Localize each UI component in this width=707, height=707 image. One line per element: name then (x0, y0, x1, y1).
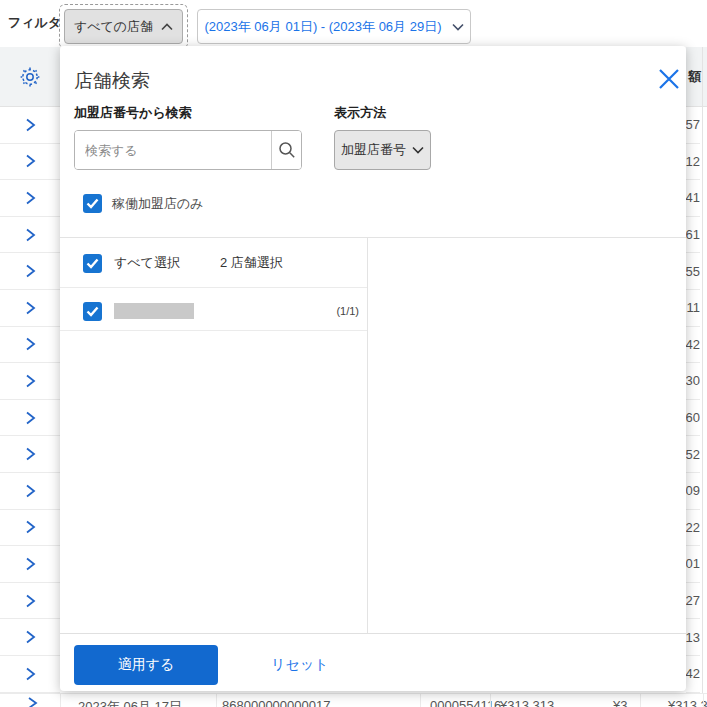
page: フィルタ すべての店舗 (2023年 06月 01日) - (2023年 06月… (0, 0, 707, 707)
table-settings-header-cell[interactable] (0, 47, 60, 107)
display-method-value: 加盟店番号 (341, 141, 406, 159)
table-row-expander[interactable] (0, 583, 60, 620)
table-value-partial: 27 (686, 583, 700, 620)
chevron-right-icon (25, 447, 36, 461)
chevron-right-icon (25, 374, 36, 388)
footer-divider (60, 633, 686, 634)
search-field-label: 加盟店番号から検索 (74, 104, 192, 122)
modal-divider (60, 237, 686, 238)
table-value-partial: 42 (686, 656, 700, 693)
table-value-partial: 41 (686, 180, 700, 217)
store-search-modal: 店舗検索 加盟店番号から検索 表示方法 加盟店番号 (60, 46, 686, 691)
search-input[interactable] (75, 131, 271, 169)
table-right-sliver: 額 57124161551142306052092201271342 (686, 47, 707, 707)
date-range-label: (2023年 06月 01日) - (2023年 06月 29日) (205, 18, 442, 36)
table-row-expander[interactable] (0, 180, 60, 217)
table-value-partial: 42 (686, 327, 700, 364)
active-merchants-checkbox[interactable] (83, 194, 102, 213)
table-value-partial: 01 (686, 546, 700, 583)
chevron-up-icon (161, 23, 173, 31)
search-button[interactable] (271, 131, 301, 169)
chevron-right-icon (25, 520, 36, 534)
table-amount-header-partial: 額 (686, 47, 707, 107)
table-row-expanders (0, 107, 60, 707)
cell-border (490, 694, 491, 707)
store-filter-button[interactable]: すべての店舗 (64, 9, 183, 44)
gear-icon (19, 66, 41, 88)
cell-date: 2023年 06月 17日 (78, 698, 182, 707)
list-panel-divider (367, 238, 368, 633)
chevron-right-icon (25, 411, 36, 425)
chevron-right-icon (25, 228, 36, 242)
select-all-checkbox[interactable] (83, 254, 102, 273)
cell-border (640, 694, 641, 707)
table-value-partial: 57 (686, 107, 700, 144)
table-row-expander[interactable] (0, 290, 60, 327)
chevron-right-icon (25, 118, 36, 132)
table-value-partial: 61 (686, 217, 700, 254)
table-row-expander[interactable] (0, 546, 60, 583)
store-checkbox[interactable] (83, 302, 102, 321)
selected-count: 2 店舗選択 (220, 254, 283, 272)
table-column-border (702, 47, 703, 707)
table-value-partial: 52 (686, 436, 700, 473)
table-row-expander[interactable] (0, 436, 60, 473)
table-row-expander[interactable] (0, 619, 60, 656)
table-row-expander[interactable] (0, 510, 60, 547)
display-method-label: 表示方法 (334, 104, 386, 122)
filter-label: フィルタ (8, 0, 61, 46)
chevron-down-icon (452, 23, 464, 31)
table-row-expander[interactable] (0, 400, 60, 437)
table-value-partial: 12 (686, 144, 700, 181)
store-filter-button-label: すべての店舗 (74, 18, 153, 36)
reset-button[interactable]: リセット (265, 645, 335, 685)
table-row-expander[interactable] (0, 327, 60, 364)
cell-border (703, 694, 704, 707)
cell-border (420, 694, 421, 707)
store-name-redacted (114, 303, 194, 319)
table-row-expander[interactable] (0, 107, 60, 144)
chevron-right-icon (25, 301, 36, 315)
table-value-partial: 55 (686, 253, 700, 290)
cell-payout: ¥313,310 (668, 698, 707, 707)
apply-button[interactable]: 適用する (74, 645, 218, 685)
table-row-expander[interactable] (0, 144, 60, 181)
select-all-row: すべて選択 2 店舗選択 (83, 245, 367, 281)
chevron-right-icon (25, 191, 36, 205)
table-value-partial: 13 (686, 619, 700, 656)
store-list-item[interactable]: (1/1) (83, 295, 359, 327)
active-merchants-label: 稼働加盟店のみ (112, 195, 204, 213)
table-value-partial: 11 (686, 290, 700, 327)
search-field-group (74, 130, 302, 170)
date-range-button[interactable]: (2023年 06月 01日) - (2023年 06月 29日) (197, 9, 471, 44)
chevron-right-icon (25, 630, 36, 644)
chevron-right-icon (25, 484, 36, 498)
table-row-expander[interactable] (0, 217, 60, 254)
display-method-select[interactable]: 加盟店番号 (334, 130, 431, 170)
cell-merchant-no: 868000000000017 (222, 698, 330, 707)
list-row-divider (60, 330, 367, 331)
table-value-partial: 09 (686, 473, 700, 510)
active-merchants-row: 稼働加盟店のみ (83, 194, 204, 213)
table-value-partial: 30 (686, 363, 700, 400)
cell-border (60, 694, 61, 707)
table-row-expander[interactable] (0, 473, 60, 510)
select-all-label: すべて選択 (114, 254, 180, 272)
cell-fee: ¥3 (613, 698, 627, 707)
chevron-right-icon[interactable] (27, 697, 38, 707)
chevron-right-icon (25, 557, 36, 571)
cell-border (216, 694, 217, 707)
table-left-column (0, 47, 60, 707)
table-value-partial: 22 (686, 510, 700, 547)
chevron-right-icon (25, 594, 36, 608)
table-row-expander[interactable] (0, 363, 60, 400)
search-icon (278, 141, 296, 159)
chevron-down-icon (412, 146, 424, 154)
table-row-expander[interactable] (0, 253, 60, 290)
chevron-right-icon (25, 667, 36, 681)
table-row-expander[interactable] (0, 656, 60, 693)
close-icon[interactable] (656, 66, 682, 92)
table-right-values: 57124161551142306052092201271342 (686, 107, 707, 707)
modal-title: 店舗検索 (74, 68, 150, 94)
chevron-right-icon (25, 337, 36, 351)
